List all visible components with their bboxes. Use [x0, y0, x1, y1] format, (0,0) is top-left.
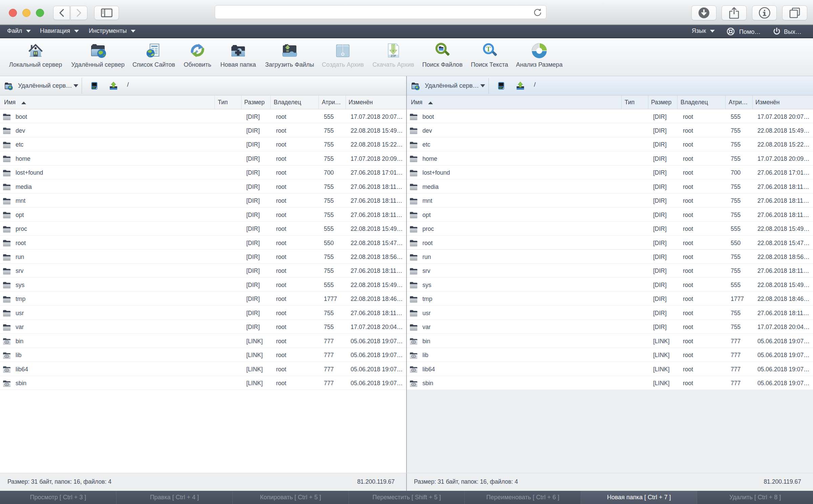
svg-text:ZIP: ZIP	[391, 54, 396, 58]
svg-text:T: T	[486, 45, 491, 53]
